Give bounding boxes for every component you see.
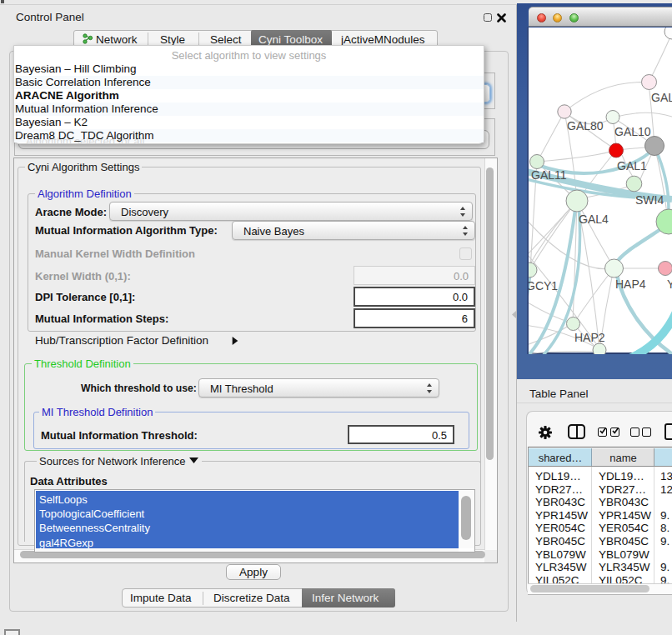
svg-text:GAL4: GAL4: [579, 212, 609, 226]
svg-text:HAP4: HAP4: [615, 278, 646, 291]
svg-text:SWI4: SWI4: [635, 193, 664, 207]
svg-text:GAL80: GAL80: [567, 119, 604, 132]
svg-text:GAL7: GAL7: [651, 91, 672, 104]
svg-text:Y: Y: [667, 278, 672, 291]
svg-text:HAP2: HAP2: [574, 331, 605, 344]
svg-text:GAL1: GAL1: [617, 159, 647, 172]
svg-text:GAL11: GAL11: [531, 168, 567, 182]
svg-text:GCY1: GCY1: [529, 279, 558, 292]
svg-text:GAL10: GAL10: [614, 125, 651, 138]
